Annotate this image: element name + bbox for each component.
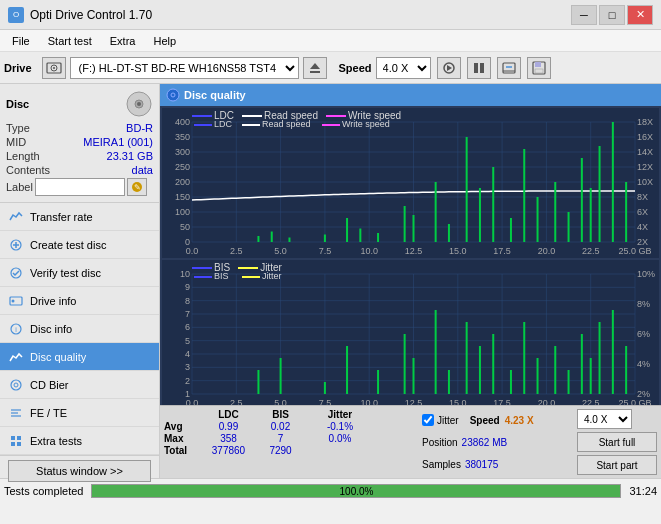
svg-point-28: [11, 380, 21, 390]
position-label: Position: [422, 437, 458, 448]
svg-rect-36: [17, 442, 21, 446]
speed-select[interactable]: 4.0 X: [376, 57, 431, 79]
menu-extra[interactable]: Extra: [102, 33, 144, 49]
chart1: LDC Read speed Write speed: [162, 108, 659, 258]
fe-te-icon: [8, 405, 24, 421]
jitter-checkbox[interactable]: [422, 414, 434, 426]
sidebar-item-drive-info[interactable]: Drive info: [0, 287, 159, 315]
samples-val: 380175: [465, 459, 498, 470]
disc-header: Disc: [6, 90, 153, 118]
sidebar-item-disc-quality[interactable]: Disc quality: [0, 343, 159, 371]
stats-speed-select[interactable]: 4.0 X: [577, 409, 632, 429]
time-text: 31:24: [629, 485, 657, 497]
jitter-color: [238, 267, 258, 269]
sidebar-item-label-disc-info: Disc info: [30, 323, 72, 335]
start-full-button[interactable]: Start full: [577, 432, 657, 452]
progress-bar-container: 100.0%: [91, 484, 621, 498]
total-bis: 7290: [258, 445, 303, 456]
disc-mid-key: MID: [6, 136, 26, 148]
status-window-button[interactable]: Status window >>: [8, 460, 151, 482]
disc-quality-header-icon: [166, 88, 180, 102]
samples-label: Samples: [422, 459, 461, 470]
total-row: Total 377860 7290: [164, 445, 414, 456]
disc-label-input[interactable]: [35, 178, 125, 196]
eject-button[interactable]: [303, 57, 327, 79]
disc-label-key: Label: [6, 181, 33, 193]
toolbar-btn-2[interactable]: [467, 57, 491, 79]
avg-bis: 0.02: [258, 421, 303, 432]
max-jitter: 0.0%: [315, 433, 365, 444]
disc-info-panel: Disc Type BD-R MID MEIRA1 (001) Length 2…: [0, 84, 159, 203]
app-icon: O: [8, 7, 24, 23]
bis-header: BIS: [258, 409, 303, 420]
disc-contents-row: Contents data: [6, 164, 153, 176]
drive-toolbar: Drive (F:) HL-DT-ST BD-RE WH16NS58 TST4 …: [0, 52, 661, 84]
sidebar-item-label-verify-test-disc: Verify test disc: [30, 267, 101, 279]
max-ldc: 358: [201, 433, 256, 444]
max-row: Max 358 7 0.0%: [164, 433, 414, 444]
toolbar-btn-1[interactable]: [437, 57, 461, 79]
menu-help[interactable]: Help: [145, 33, 184, 49]
sidebar-item-disc-info[interactable]: i Disc info: [0, 315, 159, 343]
legend-read-speed: Read speed: [242, 110, 318, 121]
maximize-button[interactable]: □: [599, 5, 625, 25]
jitter-check-label: Jitter: [437, 415, 459, 426]
avg-ldc: 0.99: [201, 421, 256, 432]
verify-test-disc-icon: [8, 265, 24, 281]
drive-label: Drive: [4, 62, 32, 74]
chart2-legend: BIS Jitter: [192, 262, 282, 273]
create-test-disc-icon: [8, 237, 24, 253]
charts-container: LDC Read speed Write speed: [160, 106, 661, 405]
total-ldc: 377860: [201, 445, 256, 456]
quality-header-title: Disc quality: [184, 89, 246, 101]
legend-ldc: LDC: [192, 110, 234, 121]
speed-row: 4.0 X: [577, 409, 657, 429]
svg-text:i: i: [15, 326, 17, 333]
drive-select[interactable]: (F:) HL-DT-ST BD-RE WH16NS58 TST4: [70, 57, 299, 79]
sidebar-item-label-disc-quality: Disc quality: [30, 351, 86, 363]
close-button[interactable]: ✕: [627, 5, 653, 25]
svg-point-25: [12, 299, 15, 302]
sidebar-item-label-fe-te: FE / TE: [30, 407, 67, 419]
svg-rect-8: [480, 63, 484, 73]
bis-color: [192, 267, 212, 269]
chart2-canvas: [162, 260, 659, 405]
title-controls: ─ □ ✕: [571, 5, 653, 25]
max-bis: 7: [258, 433, 303, 444]
status-text: Tests completed: [4, 485, 83, 497]
sidebar-item-cd-bier[interactable]: CD Bier: [0, 371, 159, 399]
max-label: Max: [164, 433, 199, 444]
disc-length-key: Length: [6, 150, 40, 162]
jitter-check-row: Jitter Speed 4.23 X: [422, 414, 542, 426]
sidebar-item-create-test-disc[interactable]: Create test disc: [0, 231, 159, 259]
drive-icon: [42, 57, 66, 79]
sidebar-item-fe-te[interactable]: FE / TE: [0, 399, 159, 427]
sidebar-item-label-cd-bier: CD Bier: [30, 379, 69, 391]
stats-right: Jitter Speed 4.23 X Position 23862 MB Sa…: [422, 409, 542, 475]
sidebar-item-transfer-rate[interactable]: Transfer rate: [0, 203, 159, 231]
save-button[interactable]: [527, 57, 551, 79]
menu-start-test[interactable]: Start test: [40, 33, 100, 49]
sidebar-item-extra-tests[interactable]: Extra tests: [0, 427, 159, 455]
title-bar: O Opti Drive Control 1.70 ─ □ ✕: [0, 0, 661, 30]
chart2: BIS Jitter: [162, 260, 659, 405]
minimize-button[interactable]: ─: [571, 5, 597, 25]
svg-marker-6: [447, 65, 452, 71]
start-part-button[interactable]: Start part: [577, 455, 657, 475]
main-layout: Disc Type BD-R MID MEIRA1 (001) Length 2…: [0, 84, 661, 478]
sidebar-item-verify-test-disc[interactable]: Verify test disc: [0, 259, 159, 287]
action-buttons: 4.0 X Start full Start part: [577, 409, 657, 475]
disc-contents-key: Contents: [6, 164, 50, 176]
disc-type-key: Type: [6, 122, 30, 134]
speed-stat-val: 4.23 X: [505, 415, 534, 426]
app-title: Opti Drive Control 1.70: [30, 8, 152, 22]
menu-file[interactable]: File: [4, 33, 38, 49]
sidebar: Disc Type BD-R MID MEIRA1 (001) Length 2…: [0, 84, 160, 478]
legend-bis: BIS: [192, 262, 230, 273]
toolbar-btn-3[interactable]: [497, 57, 521, 79]
disc-label-edit-button[interactable]: ✎: [127, 178, 147, 196]
disc-info-icon: i: [8, 321, 24, 337]
speed-label: Speed: [339, 62, 372, 74]
svg-rect-7: [474, 63, 478, 73]
sidebar-item-label-create-test-disc: Create test disc: [30, 239, 106, 251]
